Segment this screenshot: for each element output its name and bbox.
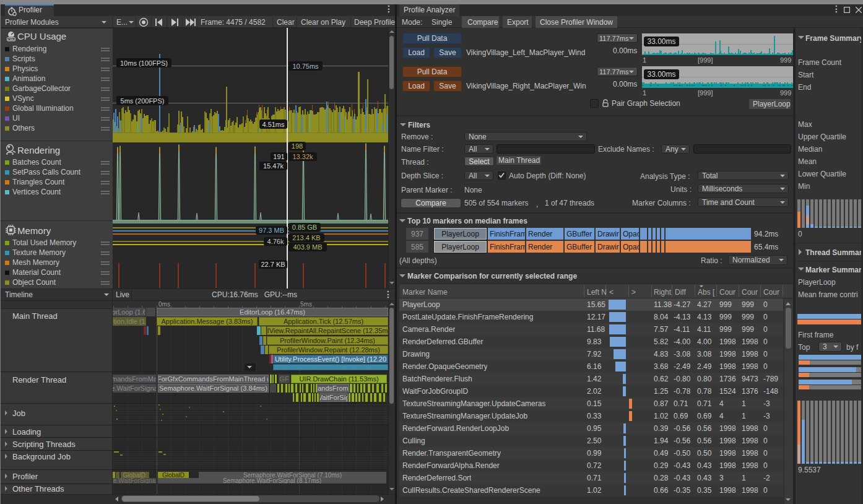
svg-text:CPU: CPU (7, 38, 14, 41)
